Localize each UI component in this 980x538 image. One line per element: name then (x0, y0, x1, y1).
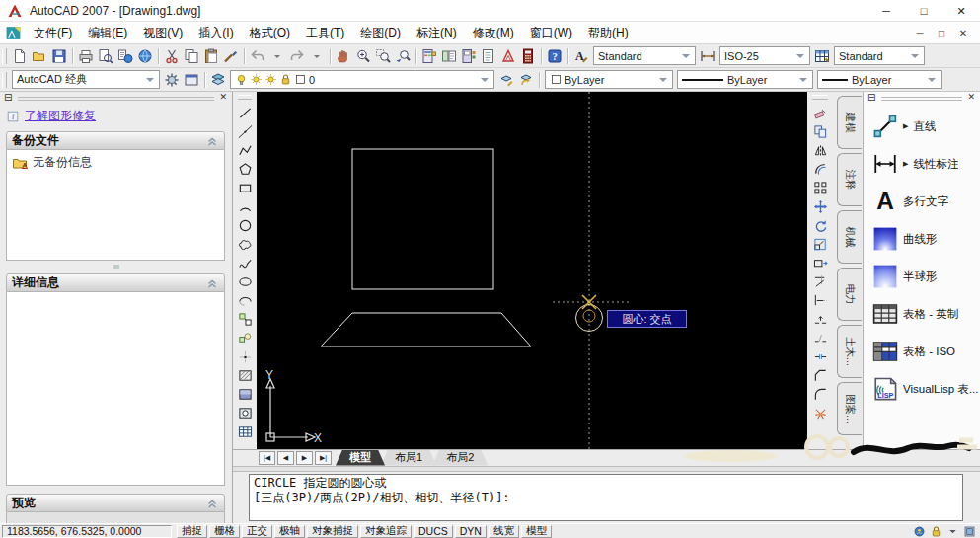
backup-empty-item[interactable]: 无备份信息 (7, 150, 224, 175)
stretch-button[interactable] (810, 254, 830, 272)
app-menu-icon[interactable] (5, 25, 22, 41)
status-polar-button[interactable]: 极轴 (274, 525, 305, 538)
line-button[interactable] (235, 104, 255, 122)
lineweight-combo[interactable]: ByLayer (817, 70, 942, 89)
status-snap-button[interactable]: 捕捉 (177, 525, 207, 538)
help-button[interactable]: ? (545, 46, 565, 66)
sheetset-manager-button[interactable] (479, 46, 498, 66)
gradient-button[interactable] (235, 385, 255, 404)
publish-button[interactable] (115, 46, 135, 66)
construction-line-button[interactable] (235, 122, 255, 141)
palette-item-table-imperial[interactable]: 表格 - 英制 (864, 295, 980, 333)
circle-button[interactable] (235, 216, 255, 235)
toolbar-lock-button[interactable] (929, 525, 943, 538)
workspace-save-button[interactable] (182, 70, 201, 90)
status-model-button[interactable]: 模型 (521, 525, 552, 538)
hatch-button[interactable] (235, 366, 255, 385)
fillet-button[interactable] (810, 385, 830, 404)
panel-splitter-handle[interactable] (109, 263, 124, 270)
join-button[interactable] (810, 347, 830, 366)
zoom-realtime-button[interactable] (353, 46, 373, 66)
chevron-up-double-icon[interactable] (205, 497, 219, 510)
layer-combo[interactable]: 0 (230, 70, 494, 89)
combo-arrow-icon[interactable] (908, 48, 922, 63)
tab-next-button[interactable]: ▶ (296, 451, 313, 465)
revision-cloud-button[interactable] (235, 235, 255, 254)
workspace-combo[interactable]: AutoCAD 经典 (12, 70, 160, 89)
palette-item-curve-gradient[interactable]: 曲线形 (864, 220, 980, 258)
menu-item-edit[interactable]: 编辑(E) (80, 23, 135, 42)
menu-item-insert[interactable]: 插入(I) (190, 23, 241, 42)
combo-arrow-icon[interactable] (143, 72, 157, 87)
plot-button[interactable] (76, 46, 96, 66)
open-button[interactable] (30, 46, 49, 66)
break-at-point-button[interactable] (810, 310, 830, 329)
recovery-help-link[interactable]: 了解图形修复 (25, 108, 96, 124)
palette-item-hemisphere-gradient[interactable]: 半球形 (864, 258, 980, 295)
tab-previous-button[interactable]: ◀ (277, 451, 294, 465)
palette-tab-mechanical[interactable]: 机械 (837, 210, 862, 264)
erase-button[interactable] (810, 104, 830, 122)
palette-item-visuallisp[interactable]: LISPVisualLisp 表... (864, 370, 980, 408)
paste-button[interactable] (201, 46, 221, 66)
toolbar-grip[interactable] (812, 95, 828, 100)
palette-minimize-icon[interactable]: ⊟ (867, 92, 875, 103)
save-button[interactable] (49, 46, 69, 66)
ellipse-arc-button[interactable] (235, 291, 255, 310)
backup-section-header[interactable]: 备份文件 (6, 131, 225, 150)
extend-button[interactable] (810, 291, 830, 310)
chevron-up-double-icon[interactable] (205, 276, 219, 290)
status-ducs-button[interactable]: DUCS (414, 525, 453, 538)
menu-item-format[interactable]: 格式(O) (242, 23, 298, 42)
new-button[interactable] (10, 46, 30, 66)
layout-tab-layout1[interactable]: 布局1 (381, 450, 436, 466)
palette-close-icon[interactable]: ✕ (967, 92, 975, 102)
palette-tab-hatches[interactable]: 图案... (837, 382, 862, 435)
menu-item-view[interactable]: 视图(V) (135, 23, 190, 42)
quickcalc-button[interactable] (518, 46, 538, 66)
toolbar-grip[interactable] (2, 72, 7, 88)
menu-item-modify[interactable]: 修改(M) (465, 23, 522, 42)
layers-button[interactable] (208, 70, 228, 90)
redo-button[interactable] (287, 46, 307, 66)
palette-item-mtext[interactable]: A多行文字 (864, 183, 980, 220)
menu-item-draw[interactable]: 绘图(D) (352, 23, 409, 42)
insert-block-button[interactable] (235, 310, 255, 329)
menu-item-window[interactable]: 窗口(W) (522, 23, 580, 42)
combo-arrow-icon[interactable] (925, 72, 939, 87)
rectangle-button[interactable] (235, 179, 255, 197)
chamfer-button[interactable] (810, 366, 830, 385)
cut-button[interactable] (162, 46, 182, 66)
combo-arrow-icon[interactable] (656, 72, 670, 87)
explode-button[interactable] (810, 404, 830, 423)
undo-button[interactable] (248, 46, 267, 66)
menu-item-tools[interactable]: 工具(T) (298, 23, 352, 42)
palette-item-linear-dimension[interactable]: ▶线性标注 (864, 145, 980, 183)
make-block-button[interactable] (235, 329, 255, 347)
text-style-combo[interactable]: Standard (593, 46, 696, 65)
3d-dwf-button[interactable] (135, 46, 155, 66)
tray-arrow-button[interactable] (945, 525, 960, 538)
toolbar-grip[interactable] (238, 95, 252, 100)
menu-item-help[interactable]: 帮助(H) (580, 23, 637, 42)
toolbar-grip[interactable] (2, 48, 7, 64)
details-section-header[interactable]: 详细信息 (6, 273, 225, 292)
palette-tab-electrical[interactable]: 电力 (837, 268, 862, 321)
status-osnap-button[interactable]: 对象捕捉 (307, 525, 358, 538)
pan-button[interactable] (334, 46, 353, 66)
zoom-previous-button[interactable] (393, 46, 413, 66)
table-style-combo[interactable]: Standard (834, 46, 925, 65)
clean-screen-button[interactable] (962, 525, 977, 538)
mdi-minimize-button[interactable]: ─ (909, 28, 931, 38)
combo-arrow-icon[interactable] (796, 72, 810, 87)
panel-minimize-icon[interactable]: ⊟ (4, 92, 12, 103)
panel-close-icon[interactable]: ✕ (219, 92, 227, 102)
spline-button[interactable] (235, 254, 255, 272)
dropdown-arrow-button[interactable] (307, 46, 327, 66)
palette-tab-civil[interactable]: 土木... (837, 325, 862, 378)
color-combo[interactable]: ByLayer (545, 70, 673, 89)
status-dyn-button[interactable]: DYN (455, 525, 487, 538)
palette-item-line[interactable]: ▶直线 (864, 108, 980, 145)
status-otrack-button[interactable]: 对象追踪 (360, 525, 412, 538)
tab-last-button[interactable]: ▶| (315, 451, 332, 465)
